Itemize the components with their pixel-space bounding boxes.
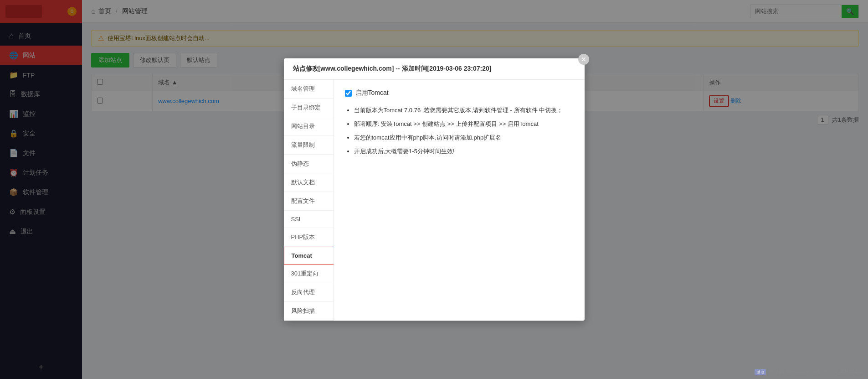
modal: ✕ 站点修改[www.collegewhich.com] -- 添加时间[201… [284,58,585,321]
tomcat-enable-label: 启用Tomcat [355,89,389,97]
modal-nav-webdir[interactable]: 网站目录 [284,117,334,136]
modal-nav-domain[interactable]: 域名管理 [284,80,334,99]
modal-overlay: ✕ 站点修改[www.collegewhich.com] -- 添加时间[201… [0,0,868,379]
tomcat-enable-row: 启用Tomcat [345,89,574,97]
modal-nav-configfile[interactable]: 配置文件 [284,192,334,211]
modal-nav-ssl[interactable]: SSL [284,211,334,228]
modal-content: 启用Tomcat 当前版本为Tomcat 7.0.76 ,若您需要其它版本,请到… [334,80,585,321]
modal-sidebar: 域名管理 子目录绑定 网站目录 流量限制 伪静态 默认文档 配置 [284,80,334,321]
modal-close-button[interactable]: ✕ [578,54,589,65]
modal-nav-reverseproxy[interactable]: 反向代理 [284,283,334,302]
modal-body: 域名管理 子目录绑定 网站目录 流量限制 伪静态 默认文档 配置 [284,80,585,321]
modal-nav-subdir[interactable]: 子目录绑定 [284,99,334,117]
modal-nav-riskscan[interactable]: 风险扫描 [284,302,334,321]
modal-title: 站点修改[www.collegewhich.com] -- 添加时间[2019-… [293,65,492,73]
watermark: php 中文网 https://blog.csdn.net/qq_4010747… [755,369,863,375]
watermark-url: https://blog.csdn.net/qq_40107474 [786,369,863,374]
modal-nav-tomcat[interactable]: Tomcat [284,247,334,265]
tomcat-info-item-4: 开启成功后,大概需要1-5分钟时间生效! [354,145,574,157]
tomcat-info: 当前版本为Tomcat 7.0.76 ,若您需要其它版本,请到软件管理 - 所有… [345,104,574,157]
modal-header: 站点修改[www.collegewhich.com] -- 添加时间[2019-… [284,58,585,80]
tomcat-info-item-2: 部署顺序: 安装Tomcat >> 创建站点 >> 上传并配置项目 >> 启用T… [354,118,574,130]
php-badge: php [755,369,766,375]
tomcat-info-item-1: 当前版本为Tomcat 7.0.76 ,若您需要其它版本,请到软件管理 - 所有… [354,104,574,116]
tomcat-info-item-3: 若您的tomcat应用中有php脚本,访问时请添加.php扩展名 [354,132,574,144]
modal-nav-traffic[interactable]: 流量限制 [284,136,334,155]
tomcat-enable-checkbox[interactable] [345,90,352,97]
cn-label: 中文网 [769,369,784,374]
modal-nav-phpver[interactable]: PHP版本 [284,228,334,247]
modal-nav-rewrite[interactable]: 伪静态 [284,155,334,173]
modal-nav-redirect[interactable]: 301重定向 [284,265,334,283]
modal-nav-defaultdoc[interactable]: 默认文档 [284,173,334,192]
